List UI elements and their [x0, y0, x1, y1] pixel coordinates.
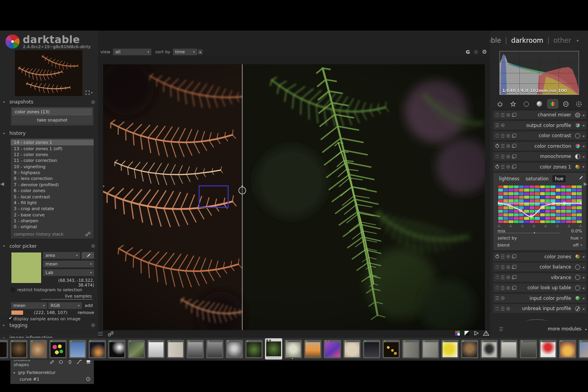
history-item[interactable]: 6 - color zones — [11, 188, 94, 194]
slideshow-play-icon[interactable] — [474, 330, 479, 336]
menu-icon[interactable] — [501, 286, 505, 290]
history-item[interactable]: 13 - color zones 1 (off) — [11, 145, 94, 151]
module-channel-mixer[interactable]: channel mixer◀ — [493, 111, 586, 119]
history-item[interactable]: 1 - sharpen — [11, 218, 94, 224]
multi-icon[interactable] — [512, 256, 515, 258]
filmstrip-thumb-rocky-shore[interactable] — [520, 340, 537, 358]
reset-icon[interactable] — [501, 296, 505, 300]
filmstrip-thumb-candle[interactable] — [559, 340, 576, 358]
module-expand-arrow[interactable]: ◀ — [582, 124, 585, 127]
curve-node[interactable] — [508, 204, 510, 206]
filmstrip-thumb-metal-discs[interactable] — [226, 340, 243, 358]
power-icon[interactable] — [495, 276, 499, 279]
module-color-look-up-table[interactable]: color look up table◀ — [493, 283, 586, 292]
history-item[interactable]: 7 - denoise (profiled) — [11, 182, 94, 188]
module-input-color-profile[interactable]: input color profile◀ — [493, 294, 586, 303]
curve-node[interactable] — [530, 215, 532, 218]
module-expand-arrow[interactable]: ◀ — [582, 114, 585, 116]
sample-stat-dropdown[interactable]: mean▾ — [11, 302, 47, 309]
power-icon[interactable] — [495, 307, 499, 310]
filmstrip-thumb-dyed-hair[interactable] — [324, 340, 341, 358]
softproof-icon[interactable] — [464, 330, 470, 336]
snapshots-header[interactable]: ▾ snapshots — [0, 97, 98, 106]
filmstrip-thumb-fern-green[interactable] — [245, 340, 263, 358]
module-expand-arrow[interactable]: ◀ — [582, 266, 585, 269]
history-item[interactable]: 3 - crop and rotate — [11, 206, 94, 212]
split-line-handle[interactable] — [239, 187, 246, 194]
group-effects[interactable] — [574, 100, 584, 108]
power-icon[interactable] — [495, 265, 499, 269]
tab-hue[interactable]: hue — [552, 175, 566, 182]
add-path-icon[interactable] — [77, 360, 82, 364]
filmstrip-thumb-machine[interactable] — [206, 340, 223, 358]
module-vibrance[interactable]: vibrance◀ — [493, 273, 586, 282]
power-icon[interactable] — [495, 134, 499, 138]
curve-node[interactable] — [519, 209, 522, 211]
module-color-zones[interactable]: color zones◀ — [493, 252, 586, 261]
filmstrip-thumb-dog[interactable] — [461, 340, 478, 358]
multi-icon[interactable] — [512, 276, 515, 279]
sort-direction-button[interactable]: ▴ — [198, 49, 203, 54]
group-basic[interactable] — [521, 100, 531, 108]
picker-mode-dropdown[interactable]: area▾ — [43, 252, 80, 259]
curve-node[interactable] — [563, 202, 566, 204]
menu-icon[interactable] — [501, 265, 505, 269]
menu-icon[interactable] — [501, 144, 505, 148]
history-item[interactable]: 2 - base curve — [11, 212, 94, 218]
tagging-header[interactable]: ▸ tagging — [0, 321, 98, 330]
zone-marker-icon[interactable]: △ — [568, 224, 570, 227]
module-color-contrast[interactable]: color contrast◀ — [493, 131, 586, 140]
power-icon[interactable] — [495, 286, 499, 290]
filmstrip-thumb-face-edge[interactable] — [579, 340, 588, 358]
filmstrip-thumb-fern-selected[interactable]: ☆☆☆☆☆●● — [265, 338, 282, 359]
add-sample-button[interactable]: add — [85, 303, 93, 308]
guide-overlay-button[interactable]: G — [466, 49, 470, 55]
history-item[interactable]: 14 - color zones 1 — [11, 140, 94, 145]
multi-icon[interactable] — [512, 135, 515, 138]
reset-icon[interactable] — [91, 323, 95, 327]
restrict-histogram-checkbox[interactable] — [11, 288, 15, 292]
reset-icon[interactable] — [506, 113, 510, 117]
menu-icon[interactable] — [501, 113, 505, 117]
filmstrip[interactable]: ▼ ☆☆☆☆☆●● — [0, 338, 588, 360]
live-sample-swatch[interactable] — [11, 310, 24, 315]
module-color-zones-1[interactable]: color zones 1▼ — [493, 163, 586, 171]
blend-dropdown[interactable]: blend off▾ — [497, 241, 583, 249]
navigation-preview[interactable] — [15, 50, 82, 96]
history-item[interactable]: 8 - lens correction — [11, 176, 94, 181]
reset-icon[interactable] — [506, 286, 510, 290]
reset-icon[interactable] — [506, 307, 510, 310]
filmstrip-thumb-spring-plants[interactable] — [128, 340, 145, 358]
curve-node[interactable] — [541, 205, 544, 208]
power-icon[interactable] — [495, 113, 499, 117]
history-header[interactable]: ▾ history — [0, 129, 98, 138]
multi-icon[interactable] — [512, 287, 515, 290]
tab-saturation[interactable]: saturation — [523, 175, 551, 182]
zone-marker-icon[interactable]: △ — [556, 224, 558, 227]
curve-node[interactable] — [581, 202, 582, 204]
module-monochrome[interactable]: monochrome◀ — [493, 152, 586, 161]
group-tone[interactable] — [534, 100, 544, 108]
reset-icon[interactable] — [506, 255, 510, 258]
eyedropper-icon[interactable] — [578, 175, 583, 180]
menu-icon[interactable] — [501, 165, 505, 169]
main-image-split-view[interactable] — [103, 64, 485, 330]
module-unbreak-input-profile[interactable]: unbreak input profile◀ — [493, 304, 586, 313]
zone-marker-icon[interactable]: △ — [510, 224, 512, 227]
tab-lightness[interactable]: lightness — [497, 175, 522, 182]
compress-history-button[interactable]: compress history stack — [14, 232, 64, 237]
group-color[interactable] — [548, 100, 558, 108]
gamut-check-icon[interactable] — [455, 330, 460, 336]
module-expand-arrow[interactable]: ◀ — [582, 297, 585, 299]
filmstrip-thumb-wall-crack[interactable] — [167, 340, 184, 358]
reset-icon[interactable] — [501, 123, 505, 127]
module-expand-arrow[interactable]: ◀ — [582, 287, 585, 289]
filmstrip-thumb-calf[interactable] — [30, 340, 47, 358]
power-icon[interactable] — [495, 155, 499, 158]
history-item[interactable]: 4 - fill light — [11, 200, 94, 206]
reset-icon[interactable] — [91, 244, 95, 248]
module-expand-arrow[interactable]: ◀ — [582, 145, 585, 147]
color-picker-header[interactable]: ▾ color picker — [0, 241, 98, 250]
zone-marker-icon[interactable]: △ — [498, 224, 500, 227]
reset-icon[interactable] — [506, 265, 510, 269]
